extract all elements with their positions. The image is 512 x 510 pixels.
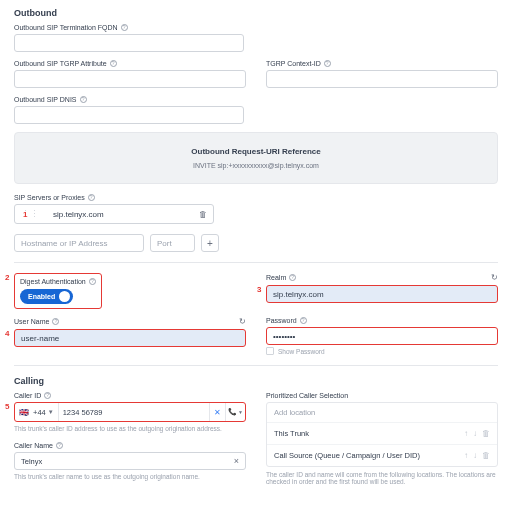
- caller-name-help: This trunk's caller name to use as the o…: [14, 473, 246, 480]
- hostname-input[interactable]: [14, 234, 144, 252]
- caller-name-input[interactable]: Telnyx ×: [14, 452, 246, 470]
- tgrp-label: Outbound SIP TGRP Attribute ?: [14, 60, 246, 67]
- chevron-down-icon[interactable]: ▼: [48, 409, 58, 415]
- ref-body: INVITE sip:+xxxxxxxxxx@sip.telnyx.com: [25, 162, 487, 169]
- annotation-2: 2: [5, 273, 9, 282]
- help-icon[interactable]: ?: [80, 96, 87, 103]
- arrow-up-icon[interactable]: ↑: [464, 429, 468, 438]
- annotation-1: 1: [23, 210, 27, 219]
- show-password-checkbox[interactable]: [266, 347, 274, 355]
- caller-id-help: This trunk's caller ID address to use as…: [14, 425, 246, 432]
- clear-icon[interactable]: ×: [234, 456, 239, 466]
- caller-id-input[interactable]: 🇬🇧 +44 ▼ 1234 56789 ✕ 📞 ▼: [14, 402, 246, 422]
- help-icon[interactable]: ?: [110, 60, 117, 67]
- show-password-row[interactable]: Show Password: [266, 347, 498, 355]
- tgrp-input[interactable]: [14, 70, 246, 88]
- trash-icon[interactable]: 🗑: [482, 451, 490, 460]
- username-label: User Name ?: [14, 318, 59, 325]
- username-input[interactable]: [14, 329, 246, 347]
- refresh-icon[interactable]: ↻: [239, 317, 246, 326]
- help-icon[interactable]: ?: [52, 318, 59, 325]
- help-icon[interactable]: ?: [324, 60, 331, 67]
- clear-icon[interactable]: ✕: [209, 403, 225, 421]
- arrow-up-icon[interactable]: ↑: [464, 451, 468, 460]
- country-code: +44: [33, 408, 48, 417]
- tgrp-context-input[interactable]: [266, 70, 498, 88]
- ref-title: Outbound Request-URI Reference: [25, 147, 487, 156]
- add-location-button[interactable]: Add location: [267, 403, 497, 422]
- outbound-heading: Outbound: [14, 8, 498, 18]
- list-item[interactable]: Call Source (Queue / Campaign / User DID…: [267, 444, 497, 466]
- dnis-input[interactable]: [14, 106, 244, 124]
- password-input[interactable]: [266, 327, 498, 345]
- help-icon[interactable]: ?: [88, 194, 95, 201]
- arrow-down-icon[interactable]: ↓: [473, 451, 477, 460]
- help-icon[interactable]: ?: [300, 317, 307, 324]
- sip-servers-label: SIP Servers or Proxies ?: [14, 194, 498, 201]
- list-item[interactable]: This Trunk ↑ ↓ 🗑: [267, 422, 497, 444]
- prioritized-label: Prioritized Caller Selection: [266, 392, 498, 399]
- digest-auth-toggle[interactable]: Enabled: [20, 289, 73, 304]
- digest-auth-group: Digest Authentication ? Enabled: [14, 273, 102, 309]
- trash-icon[interactable]: 🗑: [199, 210, 207, 219]
- realm-input[interactable]: [266, 285, 498, 303]
- annotation-4: 4: [5, 329, 9, 338]
- caller-id-label: Caller ID ?: [14, 392, 246, 399]
- annotation-5: 5: [5, 402, 9, 411]
- tgrp-context-label: TGRP Context-ID ?: [266, 60, 498, 67]
- help-icon[interactable]: ?: [289, 274, 296, 281]
- trash-icon[interactable]: 🗑: [482, 429, 490, 438]
- sip-entry[interactable]: ⋮⋮ 1 sip.telnyx.com 🗑: [14, 204, 214, 224]
- fqdn-label: Outbound SIP Termination FQDN ?: [14, 24, 498, 31]
- port-input[interactable]: [150, 234, 195, 252]
- phone-dropdown-button[interactable]: 📞 ▼: [225, 403, 245, 421]
- sip-value: sip.telnyx.com: [45, 210, 193, 219]
- fqdn-input[interactable]: [14, 34, 244, 52]
- prioritized-list: Add location This Trunk ↑ ↓ 🗑 Call Sourc…: [266, 402, 498, 467]
- digest-auth-label: Digest Authentication ?: [20, 278, 96, 285]
- help-icon[interactable]: ?: [89, 278, 96, 285]
- refresh-icon[interactable]: ↻: [491, 273, 498, 282]
- realm-label: Realm ?: [266, 274, 296, 281]
- annotation-3: 3: [257, 285, 261, 294]
- flag-icon[interactable]: 🇬🇧: [15, 408, 33, 417]
- arrow-down-icon[interactable]: ↓: [473, 429, 477, 438]
- dnis-label: Outbound SIP DNIS ?: [14, 96, 498, 103]
- caller-name-label: Caller Name ?: [14, 442, 246, 449]
- help-icon[interactable]: ?: [121, 24, 128, 31]
- add-server-button[interactable]: +: [201, 234, 219, 252]
- password-label: Password ?: [266, 317, 498, 324]
- prioritized-help: The caller ID and name will come from th…: [266, 471, 498, 485]
- help-icon[interactable]: ?: [44, 392, 51, 399]
- caller-id-number[interactable]: 1234 56789: [58, 403, 209, 421]
- calling-heading: Calling: [14, 376, 498, 386]
- help-icon[interactable]: ?: [56, 442, 63, 449]
- request-uri-reference: Outbound Request-URI Reference INVITE si…: [14, 132, 498, 184]
- toggle-knob: [59, 291, 70, 302]
